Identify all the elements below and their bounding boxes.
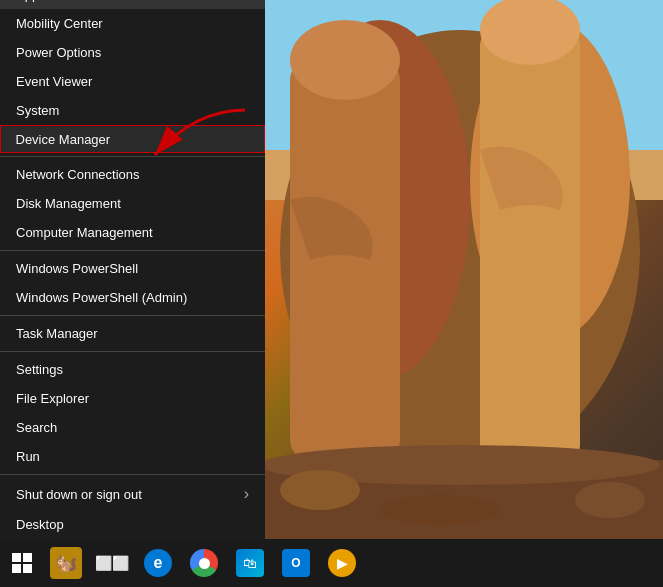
- svg-point-12: [575, 482, 645, 518]
- menu-item-computer-management[interactable]: Computer Management: [0, 218, 265, 247]
- menu-item-mobility-center[interactable]: Mobility Center: [0, 9, 265, 38]
- menu-item-label-event-viewer: Event Viewer: [16, 74, 92, 89]
- menu-item-apps-features[interactable]: Apps and Features: [0, 0, 265, 9]
- menu-item-windows-powershell[interactable]: Windows PowerShell: [0, 254, 265, 283]
- menu-item-search[interactable]: Search: [0, 413, 265, 442]
- desktop-wallpaper: [260, 0, 663, 540]
- separator-separator4: [0, 351, 265, 352]
- menu-item-system[interactable]: System: [0, 96, 265, 125]
- menu-item-label-apps-features: Apps and Features: [16, 0, 126, 2]
- menu-item-label-network-connections: Network Connections: [16, 167, 140, 182]
- menu-item-label-settings: Settings: [16, 362, 63, 377]
- menu-item-power-options[interactable]: Power Options: [0, 38, 265, 67]
- menu-item-label-file-explorer: File Explorer: [16, 391, 89, 406]
- menu-item-network-connections[interactable]: Network Connections: [0, 160, 265, 189]
- menu-item-run[interactable]: Run: [0, 442, 265, 471]
- separator-separator5: [0, 474, 265, 475]
- svg-rect-5: [290, 60, 400, 460]
- menu-item-label-computer-management: Computer Management: [16, 225, 153, 240]
- taskbar-taskview-icon[interactable]: ⬜⬜: [90, 539, 134, 587]
- menu-item-label-windows-powershell-admin: Windows PowerShell (Admin): [16, 290, 187, 305]
- svg-rect-7: [480, 30, 580, 460]
- taskbar-chrome-icon[interactable]: [182, 539, 226, 587]
- taskbar-store-icon[interactable]: 🛍: [228, 539, 272, 587]
- menu-item-event-viewer[interactable]: Event Viewer: [0, 67, 265, 96]
- svg-point-13: [380, 495, 500, 525]
- svg-point-11: [280, 470, 360, 510]
- taskbar-unknown-icon[interactable]: ▶: [320, 539, 364, 587]
- winx-context-menu: Apps and FeaturesMobility CenterPower Op…: [0, 0, 265, 539]
- taskbar: 🐿️⬜⬜e🛍O▶: [0, 539, 663, 587]
- taskbar-edge-icon[interactable]: e: [136, 539, 180, 587]
- menu-item-label-disk-management: Disk Management: [16, 196, 121, 211]
- taskbar-outlook-icon[interactable]: O: [274, 539, 318, 587]
- menu-item-label-power-options: Power Options: [16, 45, 101, 60]
- menu-item-label-desktop: Desktop: [16, 517, 64, 532]
- menu-item-label-windows-powershell: Windows PowerShell: [16, 261, 138, 276]
- menu-item-arrow-shut-down: ›: [244, 485, 249, 503]
- menu-item-label-search: Search: [16, 420, 57, 435]
- taskbar-squirrel-icon[interactable]: 🐿️: [44, 539, 88, 587]
- menu-item-device-manager[interactable]: Device Manager: [0, 125, 265, 153]
- svg-point-6: [290, 20, 400, 100]
- separator-separator3: [0, 315, 265, 316]
- separator-separator2: [0, 250, 265, 251]
- menu-item-label-system: System: [16, 103, 59, 118]
- menu-item-desktop[interactable]: Desktop: [0, 510, 265, 539]
- menu-item-label-mobility-center: Mobility Center: [16, 16, 103, 31]
- menu-item-label-task-manager: Task Manager: [16, 326, 98, 341]
- menu-item-task-manager[interactable]: Task Manager: [0, 319, 265, 348]
- taskbar-icons: 🐿️⬜⬜e🛍O▶: [44, 539, 663, 587]
- menu-item-label-run: Run: [16, 449, 40, 464]
- menu-item-label-shut-down: Shut down or sign out: [16, 487, 142, 502]
- separator-separator1: [0, 156, 265, 157]
- menu-item-windows-powershell-admin[interactable]: Windows PowerShell (Admin): [0, 283, 265, 312]
- start-button[interactable]: [0, 539, 44, 587]
- menu-item-label-device-manager: Device Manager: [16, 132, 111, 147]
- menu-item-file-explorer[interactable]: File Explorer: [0, 384, 265, 413]
- menu-item-disk-management[interactable]: Disk Management: [0, 189, 265, 218]
- menu-item-shut-down[interactable]: Shut down or sign out›: [0, 478, 265, 510]
- menu-item-settings[interactable]: Settings: [0, 355, 265, 384]
